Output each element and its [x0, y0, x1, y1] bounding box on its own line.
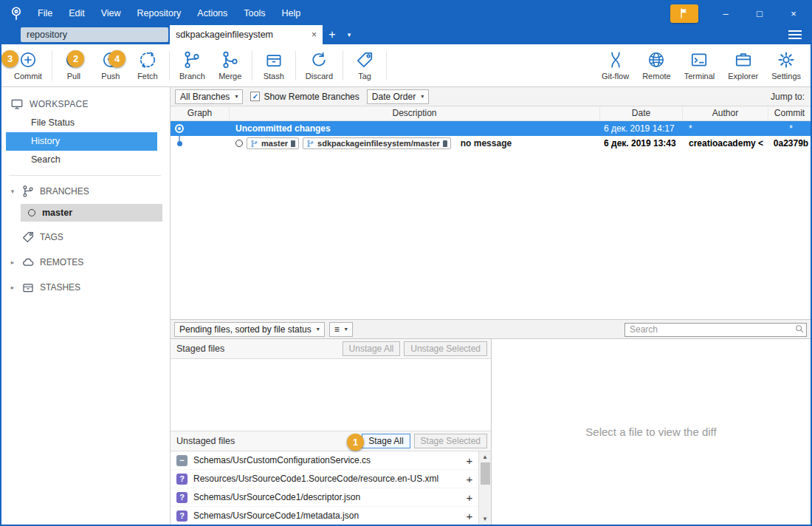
- column-date[interactable]: Date: [600, 106, 683, 120]
- push-button[interactable]: Push: [92, 46, 129, 86]
- list-item[interactable]: ? Schemas/UsrSourceCode1/metadata.json +: [171, 507, 478, 525]
- chevron-down-icon: ▾: [421, 93, 424, 100]
- tag-label: Tag: [358, 72, 371, 81]
- sidebar-item-search[interactable]: Search: [1, 151, 170, 169]
- remote-button[interactable]: Remote: [636, 46, 678, 86]
- stage-file-button[interactable]: +: [464, 491, 475, 504]
- scroll-down-icon[interactable]: ▼: [479, 513, 491, 525]
- pending-files-label: Pending files, sorted by file status: [179, 324, 312, 335]
- tab-close-icon[interactable]: ×: [312, 30, 317, 40]
- branch-chip-master[interactable]: master: [247, 137, 299, 149]
- scrollbar[interactable]: ▲ ▼: [478, 451, 491, 525]
- row-author: *: [683, 123, 768, 134]
- stage-file-button[interactable]: +: [464, 473, 475, 485]
- checkbox-check-icon: ✓: [250, 92, 260, 101]
- remotes-icon: [21, 256, 35, 269]
- chevron-down-icon: ▾: [317, 326, 320, 332]
- terminal-button[interactable]: Terminal: [678, 46, 722, 86]
- scroll-up-icon[interactable]: ▲: [479, 451, 491, 462]
- sidebar: WORKSPACE File Status History Search ▾ B…: [1, 87, 171, 525]
- date-order-dropdown[interactable]: Date Order ▾: [367, 89, 429, 104]
- list-item[interactable]: ? Resources/UsrSourceCode1.SourceCode/re…: [171, 470, 478, 488]
- flag-button[interactable]: [670, 4, 698, 23]
- branches-label: BRANCHES: [40, 186, 89, 197]
- table-row-uncommitted[interactable]: Uncommitted changes 6 дек. 2019 14:17 * …: [171, 121, 811, 136]
- stage-selected-button[interactable]: Stage Selected: [414, 434, 487, 448]
- unstaged-files-title: Unstaged files: [176, 436, 235, 446]
- settings-button[interactable]: Settings: [765, 46, 808, 86]
- branch-chip-remote-master[interactable]: sdkpackageinfilesystem/master: [303, 137, 451, 149]
- menu-help[interactable]: Help: [274, 1, 309, 25]
- workspace-icon: [10, 98, 24, 111]
- gitflow-button[interactable]: Git-flow: [595, 46, 636, 86]
- stage-file-button[interactable]: +: [464, 510, 475, 522]
- stage-all-button[interactable]: Stage All: [362, 434, 410, 448]
- chevron-right-icon[interactable]: ▸: [9, 259, 16, 266]
- workspace-header: WORKSPACE: [1, 95, 170, 114]
- column-commit[interactable]: Commit: [768, 106, 811, 120]
- column-author[interactable]: Author: [683, 106, 768, 120]
- menu-tools[interactable]: Tools: [235, 1, 273, 25]
- checked-out-icon: [28, 209, 35, 216]
- sidebar-item-history[interactable]: History: [6, 132, 157, 151]
- column-description[interactable]: Description: [230, 106, 600, 120]
- scrollbar-thumb[interactable]: [481, 462, 490, 485]
- pull-label: Pull: [67, 72, 80, 81]
- explorer-label: Explorer: [728, 72, 758, 81]
- sidebar-section-stashes[interactable]: ▸ STASHES: [1, 278, 170, 297]
- tab-list-dropdown-icon[interactable]: ▾: [342, 25, 357, 44]
- new-tab-button[interactable]: +: [323, 25, 342, 44]
- close-button[interactable]: ×: [777, 1, 811, 25]
- minimize-button[interactable]: –: [709, 1, 743, 25]
- tag-button[interactable]: Tag: [346, 46, 383, 86]
- maximize-button[interactable]: □: [743, 1, 777, 25]
- stash-button[interactable]: Stash: [255, 46, 292, 86]
- stash-label: Stash: [264, 72, 284, 81]
- sidebar-section-tags[interactable]: TAGS: [1, 228, 170, 247]
- bookmark-repository[interactable]: repository: [21, 27, 168, 42]
- search-input[interactable]: [625, 323, 807, 337]
- list-item[interactable]: − Schemas/UsrCustomConfigurationService.…: [171, 451, 478, 470]
- commit-message: no message: [461, 138, 512, 148]
- explorer-button[interactable]: Explorer: [721, 46, 765, 86]
- merge-label: Merge: [219, 72, 241, 81]
- table-row-commit[interactable]: master sdkpackageinfilesystem/master no …: [171, 136, 811, 151]
- merge-button[interactable]: Merge: [212, 46, 249, 86]
- remotes-label: REMOTES: [40, 257, 83, 267]
- view-options-dropdown[interactable]: ≡ ▾: [329, 322, 353, 337]
- sidebar-section-remotes[interactable]: ▸ REMOTES: [1, 253, 170, 272]
- menu-edit[interactable]: Edit: [61, 1, 93, 25]
- discard-button[interactable]: Discard: [299, 46, 340, 86]
- unstage-all-button[interactable]: Unstage All: [343, 341, 401, 356]
- sidebar-item-file-status[interactable]: File Status: [1, 114, 170, 132]
- fetch-button[interactable]: Fetch: [129, 46, 166, 86]
- all-branches-dropdown[interactable]: All Branches ▾: [175, 89, 243, 104]
- staged-files-header: Staged files Unstage All Unstage Selecte…: [171, 339, 491, 359]
- pending-files-dropdown[interactable]: Pending files, sorted by file status ▾: [174, 322, 325, 337]
- sidebar-section-branches[interactable]: ▾ BRANCHES: [1, 182, 170, 201]
- chevron-down-icon[interactable]: ▾: [9, 188, 16, 195]
- sidebar-item-master[interactable]: master: [21, 204, 162, 222]
- menu-view[interactable]: View: [93, 1, 129, 25]
- hamburger-menu-icon[interactable]: [788, 25, 802, 44]
- stashes-icon: [21, 281, 35, 294]
- show-remote-checkbox[interactable]: ✓ Show Remote Branches: [250, 92, 359, 102]
- staged-files-list[interactable]: [171, 359, 491, 431]
- toolbar-right-group: Git-flow Remote Terminal Explorer Settin…: [595, 46, 808, 86]
- list-item[interactable]: ? Schemas/UsrSourceCode1/descriptor.json…: [171, 488, 478, 507]
- file-toolbar: Pending files, sorted by file status ▾ ≡…: [171, 319, 811, 339]
- tab-sdkpackageinfilesystem[interactable]: sdkpackageinfilesystem ×: [170, 25, 323, 44]
- tabbar: repository sdkpackageinfilesystem × + ▾: [1, 25, 811, 44]
- column-graph[interactable]: Graph: [171, 106, 230, 120]
- flag-icon: [678, 7, 690, 19]
- file-panes: Staged files Unstage All Unstage Selecte…: [171, 339, 811, 525]
- menu-actions[interactable]: Actions: [189, 1, 235, 25]
- unstage-selected-button[interactable]: Unstage Selected: [404, 341, 487, 356]
- stage-file-button[interactable]: +: [464, 454, 475, 467]
- menu-repository[interactable]: Repository: [129, 1, 190, 25]
- menu-file[interactable]: File: [30, 1, 61, 25]
- file-status-icon: ?: [176, 510, 187, 522]
- chevron-right-icon[interactable]: ▸: [9, 284, 16, 291]
- branch-button[interactable]: Branch: [173, 46, 212, 86]
- tab-label: sdkpackageinfilesystem: [176, 30, 273, 40]
